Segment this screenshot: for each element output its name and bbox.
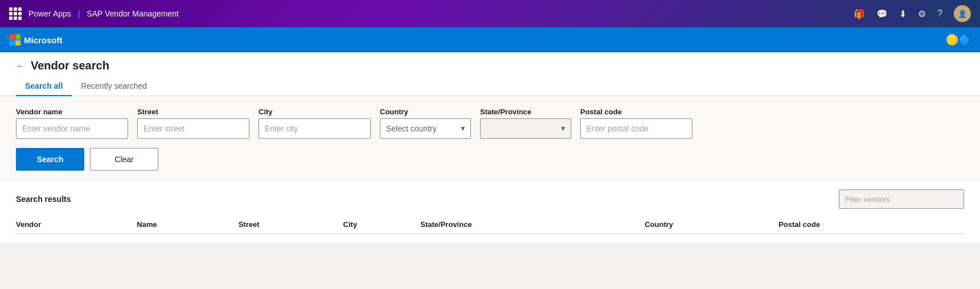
search-button[interactable]: Search (16, 148, 84, 171)
postal-code-input[interactable] (580, 118, 692, 139)
tab-search-all[interactable]: Search all (16, 77, 72, 96)
top-nav-bar: Power Apps | SAP Vendor Management 🎁 💬 ⬇… (0, 0, 980, 27)
tabs-bar: Search all Recently searched (16, 77, 964, 96)
results-table-header: Vendor Name Street City State/Province C… (16, 216, 964, 234)
gift-icon[interactable]: 🎁 (854, 9, 865, 19)
col-street: Street (239, 216, 343, 234)
filter-input-wrapper (839, 189, 964, 209)
col-vendor: Vendor (16, 216, 137, 234)
user-avatar[interactable]: 👤 (954, 5, 971, 22)
country-select[interactable]: Select country (380, 118, 471, 139)
country-label: Country (380, 108, 471, 116)
col-country: Country (645, 216, 778, 234)
postal-code-field: Postal code (580, 108, 692, 139)
vendor-name-input[interactable] (16, 118, 128, 139)
top-nav-icons: 🎁 💬 ⬇ ⚙ ? 👤 (854, 5, 971, 22)
col-postal: Postal code (778, 216, 964, 234)
button-row: Search Clear (16, 148, 964, 171)
tab-recently-searched[interactable]: Recently searched (72, 77, 156, 96)
microsoft-logo-text: Microsoft (24, 35, 63, 45)
nav-separator: | (78, 9, 80, 18)
page-title-row: ← Vendor search (16, 59, 964, 72)
state-label: State/Province (480, 108, 571, 116)
chat-icon[interactable]: 💬 (876, 9, 888, 19)
vendor-name-field: Vendor name (16, 108, 128, 139)
search-form-area: Vendor name Street City Country Select c… (0, 96, 980, 180)
country-field: Country Select country ▼ (380, 108, 471, 139)
street-input[interactable] (137, 118, 249, 139)
vendor-name-label: Vendor name (16, 108, 128, 116)
city-label: City (259, 108, 371, 116)
app-grid-icon[interactable] (9, 7, 22, 20)
page-title: Vendor search (31, 59, 109, 72)
download-icon[interactable]: ⬇ (899, 9, 907, 19)
state-select[interactable] (480, 118, 571, 139)
ms-bar-emoji[interactable]: 🟡🔷 (946, 34, 971, 46)
col-state: State/Province (420, 216, 645, 234)
results-table: Vendor Name Street City State/Province C… (16, 216, 964, 234)
page-header: ← Vendor search Search all Recently sear… (0, 52, 980, 96)
app-name: Power Apps (28, 9, 71, 18)
results-area: Search results Vendor Name Street City S… (0, 180, 980, 243)
country-select-wrapper: Select country ▼ (380, 118, 471, 139)
postal-code-label: Postal code (580, 108, 692, 116)
microsoft-logo[interactable]: Microsoft (9, 34, 63, 46)
state-field: State/Province ▼ (480, 108, 571, 139)
microsoft-bar: Microsoft 🟡🔷 (0, 27, 980, 52)
col-name: Name (137, 216, 238, 234)
city-input[interactable] (259, 118, 371, 139)
results-title: Search results (16, 195, 71, 204)
results-header: Search results (16, 189, 964, 209)
help-icon[interactable]: ? (937, 9, 942, 19)
ms-bar-right-icons: 🟡🔷 (946, 34, 971, 46)
col-city: City (343, 216, 421, 234)
app-sub-name: SAP Vendor Management (87, 9, 179, 18)
clear-button[interactable]: Clear (90, 148, 158, 171)
form-fields-row: Vendor name Street City Country Select c… (16, 108, 964, 139)
city-field: City (259, 108, 371, 139)
settings-icon[interactable]: ⚙ (918, 9, 926, 19)
street-field: Street (137, 108, 249, 139)
back-arrow-icon[interactable]: ← (16, 61, 25, 71)
state-select-wrapper: ▼ (480, 118, 571, 139)
main-content: ← Vendor search Search all Recently sear… (0, 52, 980, 243)
filter-vendors-input[interactable] (839, 189, 964, 209)
street-label: Street (137, 108, 249, 116)
results-header-row: Vendor Name Street City State/Province C… (16, 216, 964, 234)
